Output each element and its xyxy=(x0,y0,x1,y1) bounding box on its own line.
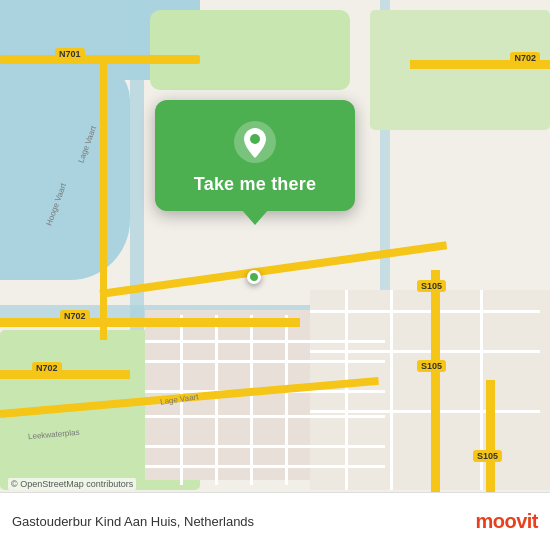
label-n702-tr: N702 xyxy=(510,52,540,64)
map-background: N701 N702 N702 N702 S105 S105 S105 Hooge… xyxy=(0,0,550,550)
location-name: Gastouderbur Kind Aan Huis, Netherlands xyxy=(12,514,254,529)
label-n702-1: N702 xyxy=(60,310,90,322)
road-n702-h xyxy=(0,318,300,327)
moovit-text: moovit xyxy=(475,510,538,533)
street-v-5 xyxy=(345,290,348,490)
road-vertical-left xyxy=(100,60,107,340)
water-left xyxy=(0,60,130,280)
label-n702-2: N702 xyxy=(32,362,62,374)
street-v-2 xyxy=(215,315,218,485)
label-n701: N701 xyxy=(55,48,85,60)
label-s105-2: S105 xyxy=(417,360,446,372)
green-area-2 xyxy=(370,10,550,130)
green-area-1 xyxy=(150,10,350,90)
attribution: © OpenStreetMap contributors xyxy=(8,478,136,490)
street-v-4 xyxy=(285,315,288,485)
road-n702-left xyxy=(0,370,130,379)
svg-point-1 xyxy=(250,134,260,144)
map-pin-dot xyxy=(247,270,261,284)
bottom-bar: Gastouderbur Kind Aan Huis, Netherlands … xyxy=(0,492,550,550)
take-me-there-button[interactable]: Take me there xyxy=(194,174,316,195)
moovit-logo: moovit xyxy=(475,510,538,533)
location-pin-icon xyxy=(233,120,277,164)
label-s105-3: S105 xyxy=(473,450,502,462)
street-v-3 xyxy=(250,315,253,485)
popup-card[interactable]: Take me there xyxy=(155,100,355,211)
street-v-6 xyxy=(390,290,393,490)
map-container: N701 N702 N702 N702 S105 S105 S105 Hooge… xyxy=(0,0,550,550)
label-s105-1: S105 xyxy=(417,280,446,292)
